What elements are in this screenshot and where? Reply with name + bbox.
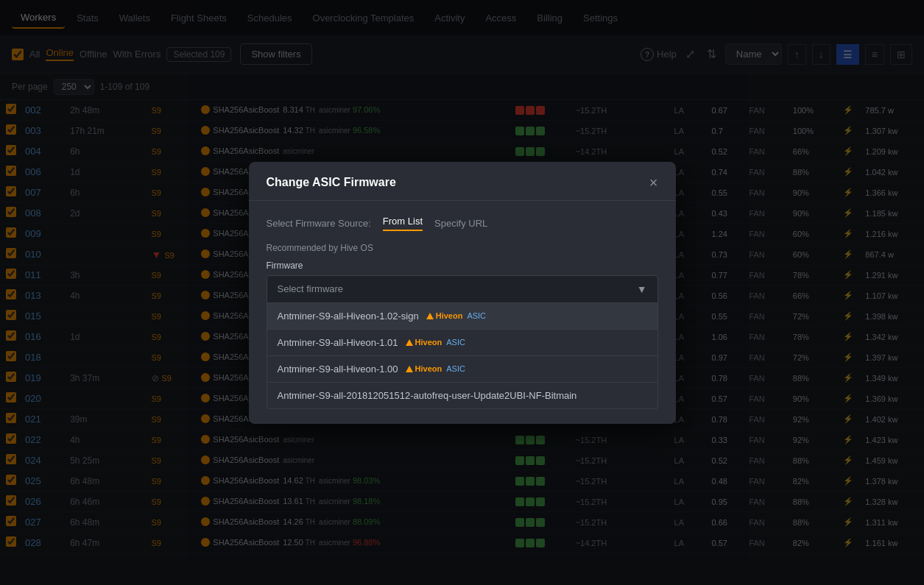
hiveon-badge-2: Hiveon xyxy=(406,364,442,373)
firmware-option-0-label: Antminer-S9-all-Hiveon-1.02-sign xyxy=(278,311,419,322)
modal-title: Change ASIC Firmware xyxy=(267,176,396,189)
source-label: Select Firmware Source: xyxy=(267,218,371,229)
asic-text-0: ASIC xyxy=(467,311,486,320)
modal-close-button[interactable]: × xyxy=(649,175,658,190)
modal-body: Select Firmware Source: From List Specif… xyxy=(249,201,676,424)
chevron-down-icon: ▼ xyxy=(637,283,647,295)
firmware-option-0[interactable]: Antminer-S9-all-Hiveon-1.02-sign Hiveon … xyxy=(267,303,657,329)
modal-overlay[interactable]: Change ASIC Firmware × Select Firmware S… xyxy=(0,0,924,585)
firmware-dropdown: Antminer-S9-all-Hiveon-1.02-sign Hiveon … xyxy=(267,303,658,409)
firmware-label: Firmware xyxy=(267,260,658,271)
from-list-tab[interactable]: From List xyxy=(383,216,423,231)
firmware-select-wrapper: Select firmware ▼ Antminer-S9-all-Hiveon… xyxy=(267,275,658,409)
source-row: Select Firmware Source: From List Specif… xyxy=(267,216,658,231)
firmware-option-1[interactable]: Antminer-S9-all-Hiveon-1.01 Hiveon ASIC xyxy=(267,329,657,355)
firmware-option-2[interactable]: Antminer-S9-all-Hiveon-1.00 Hiveon ASIC xyxy=(267,355,657,382)
hiveon-icon-0 xyxy=(426,313,434,319)
hiveon-text-0: Hiveon xyxy=(436,311,463,320)
recommended-label: Recommended by Hive OS xyxy=(267,243,658,253)
hiveon-text-2: Hiveon xyxy=(415,364,442,373)
firmware-option-2-label: Antminer-S9-all-Hiveon-1.00 xyxy=(278,364,398,375)
firmware-option-3-label: Antminer-S9-all-201812051512-autofreq-us… xyxy=(278,390,577,401)
hiveon-text-1: Hiveon xyxy=(415,338,442,347)
modal: Change ASIC Firmware × Select Firmware S… xyxy=(249,162,676,424)
firmware-option-3[interactable]: Antminer-S9-all-201812051512-autofreq-us… xyxy=(267,382,657,408)
firmware-placeholder: Select firmware xyxy=(278,283,344,294)
specify-url-tab[interactable]: Specify URL xyxy=(434,218,487,229)
asic-text-1: ASIC xyxy=(446,338,465,347)
modal-header: Change ASIC Firmware × xyxy=(249,162,676,201)
firmware-select-box[interactable]: Select firmware ▼ xyxy=(267,275,658,303)
hiveon-badge-1: Hiveon xyxy=(406,338,442,347)
asic-text-2: ASIC xyxy=(446,364,465,373)
hiveon-icon-1 xyxy=(406,339,413,346)
hiveon-icon-2 xyxy=(406,366,413,372)
hiveon-badge-0: Hiveon xyxy=(426,311,463,320)
firmware-option-1-label: Antminer-S9-all-Hiveon-1.01 xyxy=(278,337,398,348)
